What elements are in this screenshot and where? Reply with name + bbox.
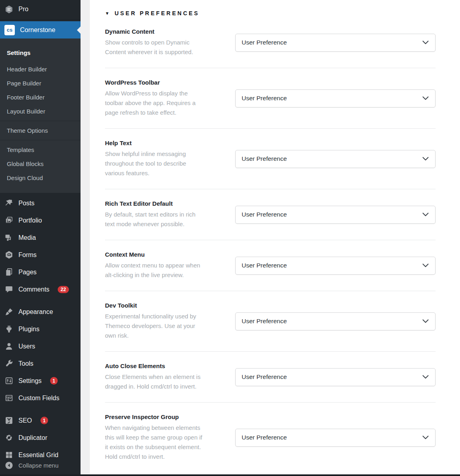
pages-icon [5,268,13,276]
chevron-down-icon [422,213,429,217]
submenu-item-global-blocks[interactable]: Global Blocks [0,157,81,171]
sidebar-item-plugins[interactable]: Plugins [0,320,81,338]
pref-row-auto-close-elements: Auto Close Elements Close Elements when … [105,352,436,403]
submenu-item-templates[interactable]: Templates [0,143,81,157]
sidebar-item-label: Users [18,343,35,350]
pro-hexagon-icon [5,5,13,14]
sidebar-item-label: Plugins [18,326,39,333]
comments-count-badge: 22 [58,286,69,293]
sidebar-item-label: Appearance [18,308,53,316]
rich-text-editor-default-select[interactable]: User Preference [235,206,436,224]
submenu-item-design-cloud[interactable]: Design Cloud [0,171,81,185]
plug-icon [5,325,13,333]
sidebar-item-settings[interactable]: Settings 1 [0,372,81,389]
chevron-down-icon [422,319,429,323]
chevron-down-icon [422,157,429,161]
sliders-icon [5,377,13,385]
sidebar-item-label: Settings [18,377,42,385]
submenu-item-header-builder[interactable]: Header Builder [0,62,81,76]
media-icon [5,233,13,242]
collapse-arrow-icon [5,461,13,470]
sidebar-divider [0,20,81,20]
select-value: User Preference [242,434,287,441]
submenu-item-page-builder[interactable]: Page Builder [0,76,81,90]
wrench-icon [5,359,13,368]
pref-description: By default, start text editors in rich t… [105,210,206,229]
wordpress-toolbar-select[interactable]: User Preference [235,89,436,107]
dev-toolkit-select[interactable]: User Preference [235,312,436,330]
help-text-select[interactable]: User Preference [235,150,436,168]
preserve-inspector-group-select[interactable]: User Preference [235,429,436,447]
select-value: User Preference [242,262,287,269]
submenu-item-footer-builder[interactable]: Footer Builder [0,90,81,104]
gear-slash-icon [5,433,13,442]
pref-description: Experimental functionality used by Theme… [105,312,206,340]
pref-title: Preserve Inspector Group [105,413,235,420]
bottom-edge-bar [0,474,460,476]
pref-row-preserve-inspector-group: Preserve Inspector Group When navigating… [105,403,436,472]
sidebar-item-label: Media [18,234,36,241]
sidebar-item-label: Pro [18,6,28,13]
pref-title: Help Text [105,140,235,146]
collapse-menu-button[interactable]: Collapse menu [0,457,81,473]
user-icon [5,342,13,350]
sidebar-item-pro[interactable]: Pro [0,0,81,18]
sidebar-item-duplicator[interactable]: Duplicator [0,429,81,446]
sidebar-item-users[interactable]: Users [0,338,81,355]
sidebar-item-portfolio[interactable]: Portfolio [0,212,81,229]
select-value: User Preference [242,318,287,325]
sidebar-item-seo[interactable]: SEO 1 [0,412,81,429]
sidebar-item-media[interactable]: Media [0,229,81,246]
sidebar-item-label: Duplicator [18,434,47,442]
pref-row-dynamic-content: Dynamic Content Show controls to open Dy… [105,17,436,68]
pref-title: Auto Close Elements [105,363,235,369]
cornerstone-submenu: Settings Header Builder Page Builder Foo… [0,38,81,193]
pref-row-rich-text-editor-default: Rich Text Editor Default By default, sta… [105,189,436,240]
sidebar-item-comments[interactable]: Comments 22 [0,281,81,298]
sidebar-item-forms[interactable]: Forms [0,246,81,263]
pref-description: When navigating between elements this wi… [105,423,206,462]
sidebar-item-label: Pages [18,269,36,276]
chevron-down-icon [422,435,429,440]
sidebar-item-label: Comments [18,286,49,293]
cornerstone-logo-icon: cs [4,25,15,35]
portfolio-icon [5,216,13,225]
section-title: USER PREFERENCES [115,10,200,16]
pref-description: Show controls to open Dynamic Content wh… [105,38,206,57]
select-value: User Preference [242,39,287,46]
chevron-down-icon [422,375,429,379]
pref-row-wordpress-toolbar: WordPress Toolbar Allow WordPress to dis… [105,68,436,129]
sidebar-item-appearance[interactable]: Appearance [0,303,81,320]
context-menu-select[interactable]: User Preference [235,257,436,275]
submenu-item-layout-builder[interactable]: Layout Builder [0,104,81,118]
pref-title: Rich Text Editor Default [105,200,235,207]
sidebar-item-label: Portfolio [18,217,42,224]
settings-count-badge: 1 [50,377,58,385]
sidebar-item-pages[interactable]: Pages [0,263,81,281]
sidebar-item-label: Forms [18,251,36,259]
submenu-item-settings[interactable]: Settings [0,43,81,62]
pref-description: Close Elements when an element is dragge… [105,372,206,391]
pref-row-dev-toolkit: Dev Toolkit Experimental functionality u… [105,291,436,352]
submenu-item-theme-options[interactable]: Theme Options [0,124,81,138]
sidebar-item-custom-fields[interactable]: Custom Fields [0,389,81,407]
brush-icon [5,308,13,316]
select-value: User Preference [242,373,287,381]
select-value: User Preference [242,95,287,102]
sidebar-item-cornerstone[interactable]: cs Cornerstone [0,21,81,38]
dynamic-content-select[interactable]: User Preference [235,34,436,52]
user-preferences-section-header[interactable]: ▼ USER PREFERENCES [105,0,436,17]
sidebar-item-tools[interactable]: Tools [0,355,81,372]
sidebar-item-label: Posts [18,200,34,207]
chevron-down-icon [422,96,429,100]
sidebar-item-label: Custom Fields [18,395,59,402]
menu-separator [0,407,81,412]
pref-row-context-menu: Context Menu Allow context menu to appea… [105,240,436,291]
collapse-triangle-icon: ▼ [105,11,109,16]
chevron-down-icon [422,41,429,45]
auto-close-elements-select[interactable]: User Preference [235,368,436,386]
sidebar-item-posts[interactable]: Posts [0,194,81,212]
pref-description: Show helpful inline messaging throughout… [105,149,206,178]
pref-title: Dev Toolkit [105,302,235,309]
admin-sidebar: Pro cs Cornerstone Settings Header Build… [0,0,81,476]
